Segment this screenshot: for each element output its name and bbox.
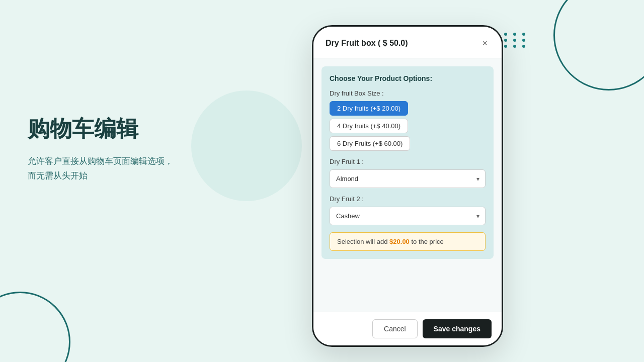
size-label: Dry fruit Box Size : bbox=[330, 89, 486, 97]
save-button[interactable]: Save changes bbox=[423, 319, 492, 338]
fruit2-label: Dry Fruit 2 : bbox=[330, 195, 486, 203]
cancel-button[interactable]: Cancel bbox=[372, 319, 418, 338]
decorative-circle-bottom-left bbox=[0, 292, 70, 362]
fruit1-select[interactable]: Almond Cashew Pistachio Walnut bbox=[330, 169, 486, 188]
subtitle: 允许客户直接从购物车页面编辑选项， 而无需从头开始 bbox=[28, 154, 173, 184]
size-buttons: 2 Dry fruits (+$ 20.00) 4 Dry fruits (+$… bbox=[330, 101, 486, 151]
modal-body: Choose Your Product Options: Dry fruit B… bbox=[313, 58, 502, 312]
left-section: 购物车编辑 允许客户直接从购物车页面编辑选项， 而无需从头开始 bbox=[28, 116, 173, 184]
modal-title: Dry Fruit box ( $ 50.0) bbox=[326, 39, 408, 48]
fruit2-option-group: Dry Fruit 2 : Almond Cashew Pistachio Wa… bbox=[330, 195, 486, 225]
size-option-2[interactable]: 2 Dry fruits (+$ 20.00) bbox=[330, 101, 408, 116]
modal-footer: Cancel Save changes bbox=[313, 312, 502, 345]
size-option-4[interactable]: 4 Dry fruits (+$ 40.00) bbox=[330, 119, 408, 133]
decorative-blob bbox=[191, 90, 302, 201]
main-title: 购物车编辑 bbox=[28, 116, 173, 142]
modal-header: Dry Fruit box ( $ 50.0) × bbox=[313, 27, 502, 58]
fruit1-option-group: Dry Fruit 1 : Almond Cashew Pistachio Wa… bbox=[330, 158, 486, 188]
size-option-6[interactable]: 6 Dry Fruits (+$ 60.00) bbox=[330, 136, 410, 151]
fruit1-label: Dry Fruit 1 : bbox=[330, 158, 486, 165]
close-button[interactable]: × bbox=[480, 37, 490, 50]
price-notice: Selection will add $20.00 to the price bbox=[330, 232, 486, 251]
fruit1-select-wrapper: Almond Cashew Pistachio Walnut ▾ bbox=[330, 169, 486, 188]
fruit2-select-wrapper: Almond Cashew Pistachio Walnut ▾ bbox=[330, 207, 486, 225]
options-section: Choose Your Product Options: Dry fruit B… bbox=[321, 66, 494, 259]
options-heading: Choose Your Product Options: bbox=[330, 74, 486, 82]
decorative-circle-top-right bbox=[553, 0, 644, 90]
phone-container: Dry Fruit box ( $ 50.0) × Choose Your Pr… bbox=[312, 25, 503, 347]
size-option-group: Dry fruit Box Size : 2 Dry fruits (+$ 20… bbox=[330, 89, 486, 151]
fruit2-select[interactable]: Almond Cashew Pistachio Walnut bbox=[330, 207, 486, 225]
